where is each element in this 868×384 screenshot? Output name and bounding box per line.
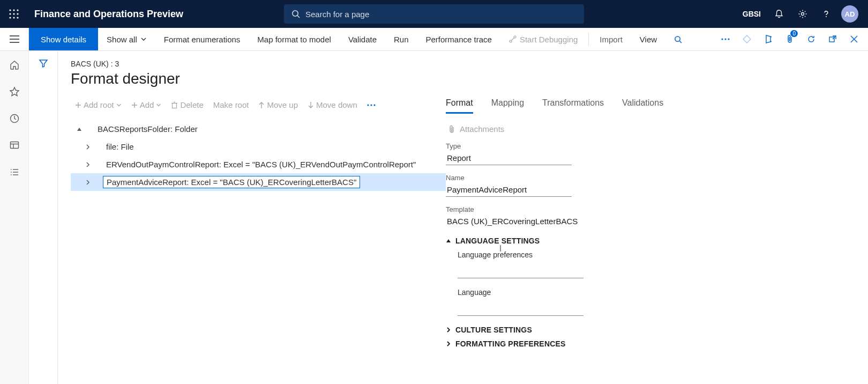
tree-label: file: File	[103, 141, 137, 152]
svg-marker-42	[40, 60, 47, 67]
svg-point-8	[17, 17, 18, 18]
name-value[interactable]: PaymentAdviceReport	[446, 183, 572, 197]
diamond-icon[interactable]	[736, 28, 758, 51]
bell-icon[interactable]	[768, 0, 790, 28]
import-button[interactable]: Import	[591, 28, 631, 50]
plus-icon	[131, 102, 138, 108]
show-all-label: Show all	[107, 35, 137, 44]
attachments-icon[interactable]: 0	[779, 28, 800, 51]
expand-icon[interactable]	[83, 144, 93, 150]
action-search-icon[interactable]	[665, 28, 694, 50]
gear-icon[interactable]	[792, 0, 813, 28]
svg-point-2	[17, 9, 18, 11]
svg-point-23	[728, 38, 729, 40]
modules-icon[interactable]	[8, 166, 21, 179]
properties-panel: Format Mapping Transformations Validatio…	[446, 98, 842, 353]
filter-icon[interactable]	[39, 58, 48, 384]
star-icon[interactable]	[8, 85, 21, 98]
tree-overflow-icon[interactable]	[363, 102, 380, 108]
separator	[588, 32, 589, 46]
format-enumerations-button[interactable]: Format enumerations	[155, 28, 249, 50]
home-icon[interactable]	[8, 58, 21, 71]
office-icon[interactable]	[758, 28, 779, 51]
svg-point-6	[9, 17, 11, 18]
performance-trace-button[interactable]: Performance trace	[417, 28, 500, 50]
type-value[interactable]: Report	[446, 151, 572, 165]
tree-toolbar: Add root Add Delete Make root Move up	[71, 98, 446, 112]
tab-validations[interactable]: Validations	[622, 98, 663, 114]
expand-icon[interactable]	[83, 180, 93, 185]
run-button[interactable]: Run	[385, 28, 417, 50]
tree-panel: Add root Add Delete Make root Move up	[71, 98, 446, 353]
view-button[interactable]: View	[631, 28, 665, 50]
tab-mapping[interactable]: Mapping	[491, 98, 524, 114]
show-details-button[interactable]: Show details	[29, 28, 98, 50]
formatting-preferences-section[interactable]: FORMATTING PREFERENCES	[446, 339, 817, 348]
collapse-icon[interactable]	[74, 127, 85, 132]
properties-tabs: Format Mapping Transformations Validatio…	[446, 98, 817, 114]
recent-icon[interactable]	[8, 112, 21, 125]
left-navigation-rail	[0, 51, 29, 384]
more-actions-icon[interactable]	[715, 28, 736, 51]
move-down-button[interactable]: Move down	[303, 98, 362, 112]
popout-icon[interactable]	[822, 28, 843, 51]
svg-point-9	[293, 11, 298, 16]
hamburger-icon[interactable]	[0, 28, 29, 50]
tree-label: PaymentAdviceReport: Excel = "BACS (UK)_…	[103, 176, 360, 188]
move-up-button[interactable]: Move up	[254, 98, 302, 112]
tab-format[interactable]: Format	[446, 98, 473, 114]
language-input[interactable]	[458, 302, 583, 316]
language-settings-section[interactable]: LANGUAGE SETTINGS	[446, 237, 817, 245]
add-button[interactable]: Add	[127, 98, 166, 112]
tree-row[interactable]: file: File	[71, 138, 446, 156]
svg-line-25	[770, 36, 772, 37]
template-field: Template BACS (UK)_ERCoveringLetterBACS	[446, 205, 607, 228]
breadcrumb: BACS (UK) : 3	[71, 60, 868, 68]
expand-icon[interactable]	[83, 162, 93, 167]
delete-button[interactable]: Delete	[167, 98, 207, 112]
svg-marker-31	[10, 87, 19, 96]
svg-rect-47	[173, 103, 177, 108]
attachments-button[interactable]: Attachments	[448, 124, 817, 134]
name-label: Name	[446, 174, 572, 182]
search-input[interactable]	[305, 10, 577, 19]
add-root-button[interactable]: Add root	[71, 98, 126, 112]
culture-settings-section[interactable]: CULTURE SETTINGS	[446, 326, 817, 334]
app-title: Finance and Operations Preview	[34, 9, 183, 20]
waffle-icon[interactable]	[0, 0, 28, 28]
svg-point-1	[13, 9, 14, 11]
map-format-button[interactable]: Map format to model	[249, 28, 340, 50]
make-root-button[interactable]: Make root	[209, 98, 253, 112]
workspaces-icon[interactable]	[8, 139, 21, 152]
close-icon[interactable]	[843, 28, 865, 51]
template-value[interactable]: BACS (UK)_ERCoveringLetterBACS	[446, 215, 607, 228]
language-preferences-input[interactable]	[458, 264, 583, 278]
attachments-badge: 0	[790, 30, 798, 37]
show-all-button[interactable]: Show all	[98, 28, 155, 50]
company-code[interactable]: GBSI	[737, 10, 766, 18]
svg-point-21	[721, 38, 723, 40]
svg-line-18	[511, 38, 514, 40]
type-label: Type	[446, 142, 572, 150]
svg-point-12	[826, 16, 827, 17]
tree-label: ERVendOutPaymControlReport: Excel = "BAC…	[103, 159, 419, 170]
plus-icon	[75, 102, 81, 108]
chevron-down-icon	[156, 102, 161, 108]
refresh-icon[interactable]	[800, 28, 822, 51]
tree-row-root[interactable]: BACSReportsFolder: Folder	[71, 120, 446, 138]
arrow-up-icon	[258, 101, 265, 109]
collapse-icon	[446, 238, 451, 243]
svg-point-19	[675, 36, 680, 41]
svg-rect-33	[10, 142, 18, 149]
svg-point-22	[724, 38, 726, 40]
tab-transformations[interactable]: Transformations	[542, 98, 604, 114]
splitter-handle[interactable]: ||	[499, 244, 500, 252]
action-pane: Show details Show all Format enumeration…	[0, 28, 868, 51]
tree-row[interactable]: ERVendOutPaymControlReport: Excel = "BAC…	[71, 156, 446, 173]
help-icon[interactable]	[815, 0, 837, 28]
svg-point-53	[370, 104, 372, 106]
tree-row-selected[interactable]: PaymentAdviceReport: Excel = "BACS (UK)_…	[71, 173, 446, 191]
user-avatar[interactable]: AD	[839, 0, 860, 28]
global-search[interactable]	[284, 4, 584, 24]
validate-button[interactable]: Validate	[340, 28, 385, 50]
